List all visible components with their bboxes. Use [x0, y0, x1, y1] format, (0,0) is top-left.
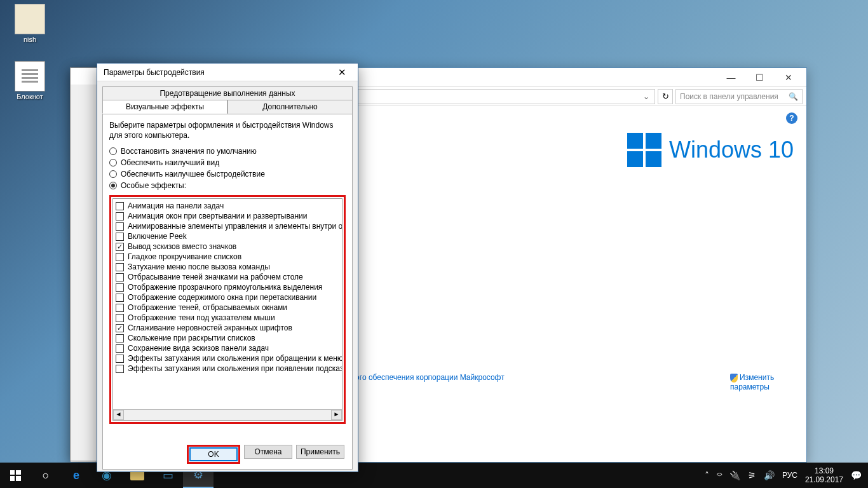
windows-icon: [627, 133, 661, 167]
tray-clock[interactable]: 13:09 21.09.2017: [805, 466, 843, 485]
checkbox-label: Анимация на панели задач: [128, 201, 224, 210]
folder-icon: [15, 4, 45, 34]
checkbox-label: Анимированные элементы управления и элем…: [128, 222, 342, 231]
minimize-button[interactable]: —: [717, 69, 745, 86]
effect-checkbox-9[interactable]: Отображение содержимого окна при перетас…: [114, 292, 341, 302]
checkbox-icon: [116, 344, 124, 353]
checkbox-label: Отображение теней, отбрасываемых окнами: [128, 303, 287, 312]
tray-bluetooth-icon[interactable]: ⌔: [717, 470, 722, 480]
checkbox-icon: [116, 233, 124, 241]
tray-power-icon[interactable]: 🔌: [729, 470, 740, 480]
effect-checkbox-3[interactable]: Включение Peek: [114, 231, 341, 241]
search-icon: 🔍: [789, 92, 798, 101]
checkbox-label: Анимация окон при свертывании и разверты…: [128, 212, 307, 220]
checkbox-label: Отображение прозрачного прямоугольника в…: [128, 283, 322, 292]
tray-volume-icon[interactable]: 🔊: [764, 470, 775, 480]
close-button[interactable]: ✕: [774, 69, 803, 86]
ok-button[interactable]: OK: [189, 447, 238, 461]
windows10-text: Windows 10: [669, 137, 794, 163]
ok-highlight-box: OK: [187, 445, 240, 464]
checkbox-icon: [116, 202, 124, 210]
radio-option-3[interactable]: Особые эффекты:: [109, 181, 346, 190]
windows10-logo: Windows 10: [627, 133, 794, 167]
checkbox-label: Сглаживание неровностей экранных шрифтов: [128, 323, 292, 332]
change-settings-link[interactable]: Изменить параметры: [730, 373, 794, 391]
refresh-button[interactable]: ↻: [658, 89, 673, 104]
tray-network-icon[interactable]: ⚞: [748, 470, 756, 480]
help-icon[interactable]: ?: [786, 112, 797, 124]
tab-visual-effects[interactable]: Визуальные эффекты: [102, 100, 227, 114]
checkbox-label: Включение Peek: [128, 232, 187, 241]
checkbox-icon: [116, 304, 124, 312]
tray-chevron-up-icon[interactable]: ˄: [705, 470, 709, 480]
effect-checkbox-5[interactable]: Гладкое прокручивание списков: [114, 252, 341, 262]
checkbox-label: Отображение содержимого окна при перетас…: [128, 293, 316, 302]
checkbox-icon: [116, 243, 124, 251]
radio-option-2[interactable]: Обеспечить наилучшее быстродействие: [109, 170, 346, 179]
dialog-title: Параметры быстродействия: [104, 68, 205, 77]
desktop-notepad[interactable]: Блокнот: [6, 61, 53, 100]
effect-checkbox-12[interactable]: Сглаживание неровностей экранных шрифтов: [114, 323, 341, 333]
checkbox-label: Эффекты затухания или скольжения при поя…: [128, 364, 342, 373]
effect-checkbox-4[interactable]: Вывод эскизов вместо значков: [114, 241, 341, 252]
effect-checkbox-11[interactable]: Отображение тени под указателем мыши: [114, 313, 341, 323]
radio-icon: [109, 159, 117, 166]
scroll-left-button[interactable]: ◄: [113, 410, 124, 420]
radio-label: Обеспечить наилучшее быстродействие: [121, 170, 265, 179]
desktop-folder-nish[interactable]: nish: [6, 4, 53, 43]
taskbar-edge[interactable]: e: [61, 463, 92, 488]
effect-checkbox-6[interactable]: Затухание меню после вызова команды: [114, 262, 341, 272]
effect-checkbox-14[interactable]: Сохранение вида эскизов панели задач: [114, 343, 341, 353]
system-tray: ˄ ⌔ 🔌 ⚞ 🔊 РУС 13:09 21.09.2017 💬: [698, 466, 868, 485]
shield-icon: [730, 374, 738, 383]
checkbox-icon: [116, 283, 124, 292]
checkbox-label: Отбрасывание теней значками на рабочем с…: [128, 273, 303, 281]
checkbox-label: Отображение тени под указателем мыши: [128, 313, 275, 322]
effect-checkbox-7[interactable]: Отбрасывание теней значками на рабочем с…: [114, 272, 341, 282]
effect-checkbox-2[interactable]: Анимированные элементы управления и элем…: [114, 221, 341, 231]
effect-checkbox-1[interactable]: Анимация окон при свертывании и разверты…: [114, 211, 341, 221]
windows-icon: [10, 470, 21, 481]
checkbox-label: Скольжение при раскрытии списков: [128, 334, 255, 342]
effect-checkbox-13[interactable]: Скольжение при раскрытии списков: [114, 333, 341, 343]
taskbar-cortana[interactable]: ○: [31, 463, 61, 488]
effect-checkbox-0[interactable]: Анимация на панели задач: [114, 201, 341, 211]
horizontal-scrollbar[interactable]: ◄ ►: [113, 409, 342, 420]
tab-advanced[interactable]: Дополнительно: [227, 100, 353, 114]
checkbox-icon: [116, 365, 124, 373]
search-placeholder: Поиск в панели управления: [680, 92, 778, 101]
start-button[interactable]: [0, 463, 31, 488]
tray-notifications-icon[interactable]: 💬: [851, 470, 862, 480]
radio-label: Особые эффекты:: [121, 181, 186, 190]
effect-checkbox-10[interactable]: Отображение теней, отбрасываемых окнами: [114, 302, 341, 313]
tab-dep[interactable]: Предотвращение выполнения данных: [102, 86, 353, 100]
checkbox-icon: [116, 253, 124, 261]
checkbox-icon: [116, 324, 124, 332]
tray-language[interactable]: РУС: [782, 471, 797, 480]
notepad-icon: [15, 61, 45, 92]
effect-checkbox-16[interactable]: Эффекты затухания или скольжения при поя…: [114, 363, 341, 374]
checkbox-icon: [116, 273, 124, 281]
radio-label: Обеспечить наилучший вид: [121, 158, 219, 167]
tray-time: 13:09: [805, 466, 843, 475]
close-button[interactable]: ✕: [333, 65, 351, 79]
radio-icon: [109, 170, 117, 178]
maximize-button[interactable]: ☐: [745, 69, 774, 86]
checkbox-icon: [116, 294, 124, 302]
effect-checkbox-8[interactable]: Отображение прозрачного прямоугольника в…: [114, 282, 341, 292]
radio-label: Восстановить значения по умолчанию: [121, 147, 257, 156]
radio-icon: [109, 182, 117, 189]
apply-button[interactable]: Применить: [296, 445, 344, 459]
effect-checkbox-15[interactable]: Эффекты затухания или скольжения при обр…: [114, 353, 341, 363]
radio-icon: [109, 147, 117, 155]
radio-option-1[interactable]: Обеспечить наилучший вид: [109, 158, 346, 167]
performance-options-dialog: Параметры быстродействия ✕ Предотвращени…: [97, 63, 358, 472]
dropdown-icon[interactable]: ⌄: [643, 92, 649, 101]
effects-list: Анимация на панели задачАнимация окон пр…: [112, 198, 342, 421]
checkbox-label: Вывод эскизов вместо значков: [128, 242, 236, 251]
effects-highlight-box: Анимация на панели задачАнимация окон пр…: [109, 195, 346, 424]
scroll-right-button[interactable]: ►: [331, 410, 342, 420]
radio-option-0[interactable]: Восстановить значения по умолчанию: [109, 147, 346, 156]
cancel-button[interactable]: Отмена: [244, 445, 292, 459]
search-input[interactable]: Поиск в панели управления 🔍: [675, 89, 803, 104]
